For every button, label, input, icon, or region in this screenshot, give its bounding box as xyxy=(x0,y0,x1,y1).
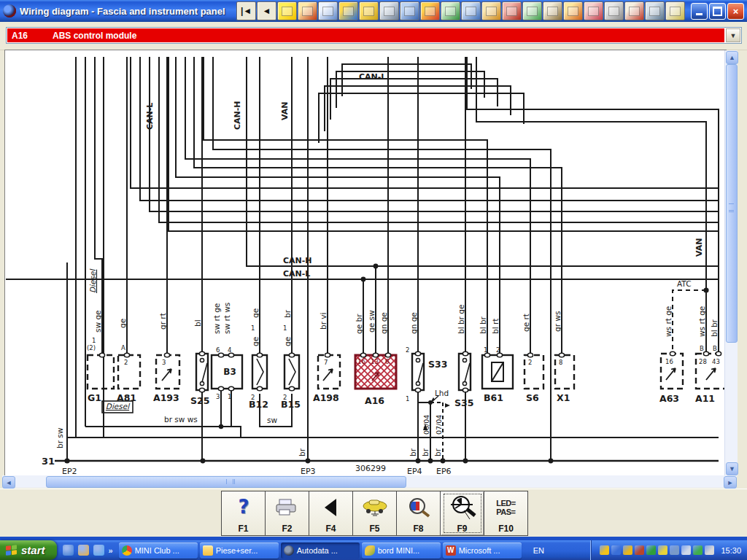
component-A16[interactable]: 16136A16 xyxy=(355,353,396,406)
diagram-label: bl xyxy=(193,319,202,327)
component-S35[interactable]: S35 xyxy=(454,351,473,408)
scroll-up-button[interactable]: ▲ xyxy=(726,51,738,64)
maximize-button[interactable] xyxy=(709,3,726,20)
gauge-icon[interactable] xyxy=(543,1,562,20)
key-icon[interactable] xyxy=(481,1,501,20)
pin-number: 16 xyxy=(665,358,673,365)
pin-number: 1 xyxy=(92,337,96,344)
wheel-icon[interactable] xyxy=(379,1,399,20)
power-meter-icon[interactable] xyxy=(658,545,667,555)
title-bar[interactable]: Wiring diagram - Fascia and instrument p… xyxy=(0,0,747,22)
diagram-label: CAN-H xyxy=(233,101,242,130)
component-A81[interactable]: A2A81 xyxy=(117,344,140,403)
component-B61[interactable]: 12B61 xyxy=(482,346,513,403)
fkey-button-f8[interactable]: F8 xyxy=(397,491,441,536)
taskbar-task-autodata-[interactable]: Autodata ... xyxy=(281,542,360,559)
horizontal-scrollbar[interactable]: ◄ ► xyxy=(2,475,737,488)
gearbox-icon[interactable] xyxy=(645,1,665,20)
display-settings-icon[interactable] xyxy=(670,545,679,555)
function-toolbar: ?F1F2F4F5F8F9LED=PAS=F10 xyxy=(0,489,747,537)
task-label: Microsoft ... xyxy=(459,546,500,555)
diagram-label: bl br xyxy=(479,316,487,334)
chevron-icon[interactable]: » xyxy=(109,546,113,555)
scroll-left-button[interactable]: ◄ xyxy=(2,476,15,489)
component-selector[interactable]: A16 ABS control module ▼ xyxy=(6,27,742,44)
component-A198[interactable]: 7A198 xyxy=(313,353,340,403)
diagram-canvas[interactable]: CAN-LCAN-LCAN-HVANCAN-HCAN-LVANATCDiesel… xyxy=(4,50,727,478)
minimize-button[interactable] xyxy=(691,3,708,20)
vertical-scrollbar[interactable]: ▲ ▼ xyxy=(724,50,738,476)
security-shield-icon[interactable] xyxy=(600,545,609,555)
horizontal-scroll-thumb[interactable] xyxy=(46,476,406,488)
first-page-icon[interactable]: |◄ xyxy=(236,1,256,20)
module-icon[interactable] xyxy=(502,1,522,20)
zoom-clock-icon xyxy=(441,491,484,524)
start-button[interactable]: start xyxy=(0,540,57,560)
component-S6[interactable]: 2S6 xyxy=(525,353,543,403)
component-X1[interactable]: 8X1 xyxy=(555,353,574,403)
component-A193[interactable]: 3A193 xyxy=(153,353,179,403)
antivirus-icon[interactable] xyxy=(646,545,656,555)
diagram-label: CAN-L xyxy=(145,103,155,130)
taskbar-task-mini-club-[interactable]: MINI Club ... xyxy=(119,542,198,559)
wiring-diagram[interactable]: CAN-LCAN-LCAN-HVANCAN-HCAN-LVANATCDiesel… xyxy=(5,50,724,476)
close-button[interactable]: × xyxy=(727,3,744,20)
fkey-button-f1[interactable]: ?F1 xyxy=(221,491,266,536)
diagram-label: 306299 xyxy=(355,464,386,473)
component-A11[interactable]: BB2843A11 xyxy=(695,345,724,404)
lift-icon[interactable] xyxy=(441,1,460,20)
fkey-button-f5[interactable]: F5 xyxy=(353,491,397,536)
taskbar-task-microsoft-[interactable]: WMicrosoft ... xyxy=(443,542,522,559)
windows-logo-icon xyxy=(6,545,18,556)
language-indicator[interactable]: EN xyxy=(527,546,550,555)
mouse-icon[interactable] xyxy=(359,1,379,20)
wiring-diagram-icon[interactable] xyxy=(318,1,338,20)
scroll-right-button[interactable]: ► xyxy=(724,476,737,489)
network-monitor-icon[interactable] xyxy=(611,545,621,555)
selector-strip: A16 ABS control module ▼ xyxy=(0,22,747,50)
component-id-label: S6 xyxy=(526,392,539,403)
hazard-warning-icon[interactable] xyxy=(277,1,297,20)
fkey-button-f9[interactable]: F9 xyxy=(441,491,484,536)
fkey-button-f2[interactable]: F2 xyxy=(266,491,309,536)
network-disconnected-icon[interactable] xyxy=(635,545,644,555)
component-A63[interactable]: 16A63 xyxy=(659,351,683,404)
component-G1[interactable]: 1(2)G1 xyxy=(87,337,114,403)
desktop: { "window":{"title":"Wiring diagram - Fa… xyxy=(0,0,747,560)
safely-remove-icon[interactable] xyxy=(693,545,703,555)
fkey-button-f4[interactable]: F4 xyxy=(309,491,353,536)
taskbar-task-bord-mini-[interactable]: bord MINI... xyxy=(362,542,441,559)
battery-icon[interactable] xyxy=(705,545,714,555)
system-alert-icon[interactable] xyxy=(623,545,632,555)
diagram-label: VAN xyxy=(280,102,290,121)
component-B3[interactable]: 6431B3 xyxy=(212,346,242,400)
service-times-icon[interactable] xyxy=(563,1,583,20)
diagram-label: sw xyxy=(267,416,277,424)
back-icon[interactable]: ◄ xyxy=(257,1,276,20)
abs-icon[interactable] xyxy=(604,1,624,20)
switch-panel-icon[interactable] xyxy=(665,1,685,20)
bodywork-icon[interactable] xyxy=(420,1,440,20)
exit-door-icon[interactable] xyxy=(298,1,317,20)
diagram-label: VAN xyxy=(694,238,704,257)
suspension-icon[interactable] xyxy=(400,1,419,20)
fkey-button-f10[interactable]: LED=PAS=F10 xyxy=(484,491,528,536)
printer-icon[interactable] xyxy=(522,1,542,20)
airbag-icon[interactable] xyxy=(584,1,603,20)
scroll-down-button[interactable]: ▼ xyxy=(726,462,738,475)
selector-field[interactable]: A16 ABS control module xyxy=(7,28,724,42)
warning-triangle-icon[interactable] xyxy=(624,1,644,20)
launch-mail-icon[interactable] xyxy=(78,545,89,556)
pin-number: B xyxy=(713,345,717,352)
chrome-icon xyxy=(122,545,132,556)
engine-icon[interactable] xyxy=(461,1,481,20)
volume-icon[interactable] xyxy=(681,545,691,555)
launch-ie-icon[interactable] xyxy=(93,545,104,556)
taskbar-task-piese-ser-[interactable]: Piese+ser... xyxy=(200,542,279,559)
launch-browser-icon[interactable] xyxy=(63,545,74,556)
selector-dropdown-button[interactable]: ▼ xyxy=(726,28,740,42)
globe-icon[interactable] xyxy=(338,1,358,20)
component-S25[interactable]: S25 xyxy=(190,351,209,406)
vertical-scroll-thumb[interactable] xyxy=(726,64,738,343)
pin-number: 3 xyxy=(216,393,220,400)
